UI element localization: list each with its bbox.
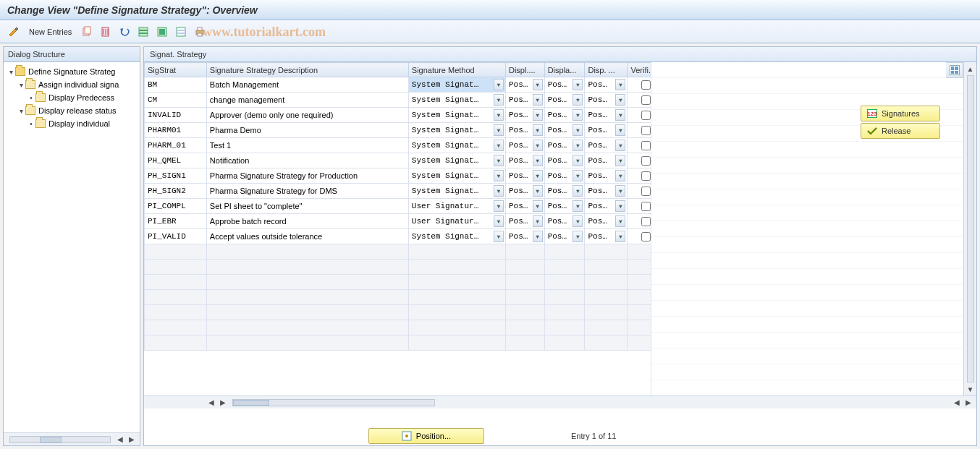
- verify-checkbox[interactable]: [641, 187, 651, 196]
- description-cell[interactable]: Batch Management: [207, 77, 408, 92]
- dropdown-cell[interactable]: System Signat…▼: [409, 77, 505, 92]
- dropdown-cell[interactable]: Pos…▼: [545, 77, 585, 92]
- scroll-left-icon[interactable]: ◀: [115, 435, 125, 445]
- dropdown-cell[interactable]: Pos…▼: [545, 93, 585, 107]
- sigstrat-input[interactable]: [145, 108, 206, 122]
- description-cell[interactable]: Set PI sheet to "complete": [207, 199, 408, 213]
- sigstrat-input[interactable]: [145, 199, 206, 213]
- description-cell[interactable]: Accept values outside tolerance: [207, 229, 408, 244]
- dropdown-cell[interactable]: System Signat…▼: [409, 108, 505, 122]
- tree-node-display-predecessor[interactable]: • Display Predecess: [4, 91, 140, 104]
- dropdown-cell[interactable]: Pos…▼: [545, 184, 585, 198]
- tree-node-assign-signatures[interactable]: ▾ Assign individual signa: [4, 78, 140, 91]
- dropdown-cell[interactable]: Pos…▼: [506, 77, 544, 92]
- scroll-down-icon[interactable]: ▼: [966, 384, 976, 394]
- table-config-button[interactable]: [946, 62, 963, 78]
- dropdown-cell[interactable]: System Signat…▼: [409, 138, 505, 153]
- dropdown-cell[interactable]: Pos…▼: [585, 184, 627, 198]
- col-method[interactable]: Signature Method: [408, 63, 505, 77]
- table-row[interactable]: NotificationSystem Signat…▼Pos…▼Pos…▼Pos…: [145, 153, 651, 168]
- table-row[interactable]: Accept values outside toleranceSystem Si…: [145, 229, 651, 244]
- dropdown-cell[interactable]: System Signat…▼: [409, 168, 505, 183]
- dropdown-cell[interactable]: System Signat…▼: [409, 93, 505, 107]
- dropdown-cell[interactable]: Pos…▼: [585, 229, 627, 244]
- dropdown-cell[interactable]: Pos…▼: [506, 108, 544, 122]
- dropdown-cell[interactable]: Pos…▼: [585, 199, 627, 213]
- table-row[interactable]: Pharma DemoSystem Signat…▼Pos…▼Pos…▼Pos……: [145, 123, 651, 138]
- table-row[interactable]: Test 1System Signat…▼Pos…▼Pos…▼Pos…▼: [145, 138, 651, 153]
- table-row[interactable]: Approver (demo only one required)System …: [145, 108, 651, 123]
- dropdown-cell[interactable]: Pos…▼: [585, 214, 627, 228]
- copy-icon[interactable]: [79, 24, 95, 40]
- undo-icon[interactable]: [117, 24, 132, 40]
- dropdown-cell[interactable]: Pos…▼: [506, 199, 544, 213]
- scroll-right-icon[interactable]: ▶: [127, 435, 137, 445]
- description-cell[interactable]: Pharma Demo: [207, 123, 408, 137]
- toggle-edit-icon[interactable]: [6, 24, 22, 40]
- position-button[interactable]: Position...: [368, 428, 484, 444]
- dropdown-cell[interactable]: System Signat…▼: [409, 153, 505, 168]
- tree-node-display-individual[interactable]: • Display individual: [4, 117, 140, 130]
- scroll-left-icon[interactable]: ◀: [952, 398, 962, 408]
- select-all-icon[interactable]: [135, 24, 151, 40]
- dropdown-cell[interactable]: Pos…▼: [506, 123, 544, 137]
- expand-toggle-icon[interactable]: ▾: [7, 68, 15, 76]
- description-cell[interactable]: Approbe batch record: [207, 214, 408, 228]
- dropdown-cell[interactable]: Pos…▼: [506, 168, 544, 183]
- new-entries-button[interactable]: New Entries: [25, 24, 76, 40]
- dropdown-cell[interactable]: Pos…▼: [545, 108, 585, 122]
- dropdown-cell[interactable]: Pos…▼: [585, 123, 627, 137]
- tree-node-display-release[interactable]: ▾ Display release status: [4, 104, 140, 117]
- table-row[interactable]: Batch ManagementSystem Signat…▼Pos…▼Pos……: [145, 77, 651, 93]
- dropdown-cell[interactable]: Pos…▼: [506, 138, 544, 153]
- dropdown-cell[interactable]: Pos…▼: [585, 93, 627, 107]
- description-cell[interactable]: Pharma Signature Strategy for DMS: [207, 184, 408, 198]
- vertical-scrollbar[interactable]: ▲ ▼: [963, 62, 976, 395]
- dropdown-cell[interactable]: Pos…▼: [585, 168, 627, 183]
- dropdown-cell[interactable]: Pos…▼: [545, 199, 585, 213]
- col-displ1[interactable]: Displ....: [505, 63, 544, 77]
- sigstrat-input[interactable]: [145, 123, 206, 137]
- dropdown-cell[interactable]: Pos…▼: [506, 214, 544, 228]
- table-row[interactable]: change managementSystem Signat…▼Pos…▼Pos…: [145, 93, 651, 108]
- dropdown-cell[interactable]: System Signat…▼: [409, 229, 505, 244]
- dropdown-cell[interactable]: Pos…▼: [506, 184, 544, 198]
- verify-checkbox[interactable]: [641, 126, 651, 135]
- tree-node-define-strategy[interactable]: ▾ Define Signature Strateg: [4, 65, 140, 78]
- signatures-button[interactable]: 123 Signatures: [861, 106, 940, 121]
- dropdown-cell[interactable]: Pos…▼: [545, 138, 585, 153]
- col-description[interactable]: Signature Strategy Description: [206, 63, 408, 77]
- table-row[interactable]: Pharma Signature Strategy for Production…: [145, 168, 651, 184]
- verify-checkbox[interactable]: [641, 171, 651, 181]
- dropdown-cell[interactable]: System Signat…▼: [409, 123, 505, 137]
- dropdown-cell[interactable]: Pos…▼: [585, 108, 627, 122]
- dropdown-cell[interactable]: Pos…▼: [545, 123, 585, 137]
- dropdown-cell[interactable]: Pos…▼: [545, 229, 585, 244]
- print-icon[interactable]: [192, 24, 208, 40]
- col-displ3[interactable]: Disp. ...: [585, 63, 628, 77]
- col-sigstrat[interactable]: SigStrat: [145, 63, 207, 77]
- select-block-icon[interactable]: [154, 24, 170, 40]
- dropdown-cell[interactable]: Pos…▼: [545, 168, 585, 183]
- verify-checkbox[interactable]: [641, 80, 651, 90]
- sigstrat-input[interactable]: [145, 77, 206, 92]
- scroll-left-icon[interactable]: ◀: [206, 398, 216, 408]
- sigstrat-input[interactable]: [145, 93, 206, 107]
- description-cell[interactable]: Notification: [207, 153, 408, 168]
- scroll-up-icon[interactable]: ▲: [966, 64, 976, 74]
- dropdown-cell[interactable]: Pos…▼: [545, 214, 585, 228]
- sigstrat-input[interactable]: [145, 184, 206, 198]
- expand-toggle-icon[interactable]: ▾: [17, 107, 25, 115]
- dropdown-cell[interactable]: Pos…▼: [506, 93, 544, 107]
- scroll-right-icon[interactable]: ▶: [218, 398, 228, 408]
- description-cell[interactable]: change management: [207, 93, 408, 107]
- dropdown-cell[interactable]: Pos…▼: [506, 229, 544, 244]
- description-cell[interactable]: Approver (demo only one required): [207, 108, 408, 122]
- expand-toggle-icon[interactable]: ▾: [17, 81, 25, 89]
- scroll-right-icon[interactable]: ▶: [963, 398, 973, 408]
- dropdown-cell[interactable]: Pos…▼: [585, 138, 627, 153]
- deselect-all-icon[interactable]: [173, 24, 189, 40]
- table-row[interactable]: Approbe batch recordUser Signatur…▼Pos…▼…: [145, 214, 651, 229]
- verify-checkbox[interactable]: [641, 95, 651, 105]
- verify-checkbox[interactable]: [641, 202, 651, 211]
